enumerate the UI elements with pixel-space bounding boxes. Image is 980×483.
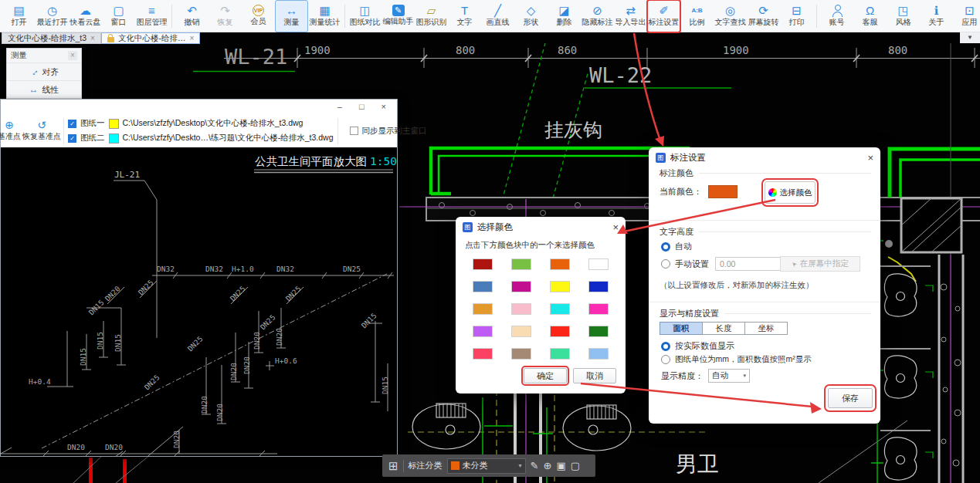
category-dropdown[interactable]: 未分类 ▾ bbox=[447, 458, 526, 474]
cad-text: DN20 bbox=[200, 396, 209, 414]
toolbar-button-about[interactable]: ℹ关于 bbox=[920, 0, 953, 32]
cad-text: DN25 bbox=[229, 284, 247, 302]
color-swatch-4-3[interactable] bbox=[588, 348, 609, 360]
color-swatch-2-0[interactable] bbox=[473, 303, 493, 315]
maximize-icon[interactable]: □ bbox=[359, 103, 365, 111]
sync-checkbox[interactable] bbox=[350, 127, 358, 135]
color-swatch-3-2[interactable] bbox=[550, 326, 570, 337]
toolbar-button-apps[interactable]: ⊡应用 bbox=[953, 0, 980, 32]
copy-icon[interactable]: ▣ bbox=[556, 460, 565, 471]
auto-height-radio-row[interactable]: 自动 bbox=[661, 241, 692, 252]
tab-close-icon[interactable]: × bbox=[90, 35, 95, 42]
color-swatch-3-1[interactable] bbox=[511, 326, 531, 337]
choose-color-button[interactable]: 选择颜色 bbox=[765, 181, 816, 204]
tab-area[interactable]: 面积 bbox=[660, 322, 703, 335]
toolbar-button-account[interactable]: 账号 bbox=[820, 0, 853, 32]
color-swatch-3-3[interactable] bbox=[588, 326, 609, 337]
minimize-icon[interactable]: – bbox=[337, 103, 342, 111]
radio-auto[interactable] bbox=[661, 242, 670, 252]
tab-drawing-2[interactable]: 文化中心楼-给排… × bbox=[101, 32, 200, 44]
color-swatch-1-0[interactable] bbox=[473, 281, 493, 292]
sync-checkbox-row[interactable]: 同步显示到主窗口 bbox=[350, 126, 427, 137]
precision-dropdown[interactable]: 自动 ▾ bbox=[708, 369, 750, 383]
toolbar-button-print[interactable]: ⊟打印 bbox=[780, 0, 813, 32]
toolbar-button-draw-line[interactable]: ╱画直线 bbox=[481, 0, 514, 32]
mm-unit-radio-row[interactable]: 图纸单位为mm，面积数值按照m²显示 bbox=[661, 354, 812, 365]
close-icon[interactable]: × bbox=[68, 51, 77, 60]
sheet1-checkbox[interactable]: ✓ bbox=[68, 120, 76, 128]
linear-icon: ↔ bbox=[29, 84, 39, 95]
color-swatch-1-3[interactable] bbox=[588, 281, 609, 292]
radio-manual[interactable] bbox=[661, 259, 670, 269]
toolbar-button-layer-manager[interactable]: ≡图层管理 bbox=[135, 0, 168, 32]
toolbar-button-find-text[interactable]: ◎文字查找 bbox=[714, 0, 747, 32]
color-swatch-0-1[interactable] bbox=[511, 258, 531, 270]
actual-value-radio-row[interactable]: 按实际数值显示 bbox=[661, 340, 734, 352]
color-swatch-2-1[interactable] bbox=[511, 303, 531, 315]
pick-on-screen-button[interactable]: ➤ 在屏幕中指定 bbox=[780, 256, 860, 272]
toolbar-button-redo[interactable]: ↷恢复 bbox=[209, 0, 242, 32]
toolbar-button-open[interactable]: ▤打开 bbox=[2, 0, 36, 32]
sheet2-color[interactable] bbox=[109, 133, 119, 144]
restore-base-point-button[interactable]: ↺ 恢复基准点 bbox=[24, 120, 59, 142]
color-swatch-2-2[interactable] bbox=[550, 303, 570, 315]
color-swatch-3-0[interactable] bbox=[473, 326, 493, 337]
cad-text: DN15 bbox=[114, 334, 122, 352]
color-swatch-4-0[interactable] bbox=[473, 348, 493, 360]
radio-mm-unit[interactable] bbox=[661, 355, 670, 364]
tab-close-icon[interactable]: × bbox=[189, 35, 194, 42]
tab-coordinate[interactable]: 坐标 bbox=[744, 322, 788, 335]
sheet2-checkbox[interactable]: ✓ bbox=[68, 134, 76, 143]
toolbar-button-eraser[interactable]: ◪删除 bbox=[548, 0, 581, 32]
close-icon[interactable]: × bbox=[867, 153, 873, 163]
toolbar-label: 画直线 bbox=[487, 17, 510, 28]
color-swatch-1-2[interactable] bbox=[550, 281, 570, 292]
color-swatch-0-2[interactable] bbox=[550, 258, 570, 270]
toolbar-button-shapes[interactable]: ◇形状 bbox=[514, 0, 548, 32]
color-swatch-0-0[interactable] bbox=[473, 258, 493, 270]
toolbar-collapse-chevron[interactable]: ▼ bbox=[960, 32, 980, 43]
toolbar-button-cloud-drive[interactable]: ☁快看云盘 bbox=[69, 0, 102, 32]
grid-icon[interactable]: ⊞ bbox=[388, 459, 398, 473]
color-swatch-4-1[interactable] bbox=[511, 348, 531, 360]
tab-length[interactable]: 长度 bbox=[702, 322, 745, 335]
tab-drawing-1[interactable]: 文化中心楼-给排水_t3 × bbox=[2, 32, 101, 44]
paste-icon[interactable]: ▢ bbox=[571, 460, 580, 471]
measure-item-align[interactable]: ↔ 对齐 bbox=[7, 62, 81, 80]
toolbar-button-edit-assistant[interactable]: ✎编辑助手 bbox=[381, 0, 415, 32]
sheet1-color[interactable] bbox=[109, 119, 119, 129]
toolbar-button-undo[interactable]: ↶撤销 bbox=[175, 0, 209, 32]
toolbar-button-annotation-settings[interactable]: ✐标注设置 bbox=[647, 0, 680, 32]
radio-actual-value[interactable] bbox=[661, 342, 670, 351]
cancel-button[interactable]: 取消 bbox=[573, 368, 616, 383]
color-swatch-1-1[interactable] bbox=[511, 281, 531, 292]
edit-icon[interactable]: ✎ bbox=[531, 460, 539, 471]
move-icon[interactable]: ⊕ bbox=[543, 460, 551, 471]
base-point-button[interactable]: ⊕ 基准点 bbox=[0, 120, 24, 142]
toolbar-button-vip[interactable]: VIP会员 bbox=[242, 0, 275, 32]
toolbar-button-measure[interactable]: ↔测量 bbox=[275, 0, 308, 32]
measure-item-linear[interactable]: ↔ 线性 bbox=[7, 80, 81, 98]
toolbar-button-text[interactable]: T文字 bbox=[448, 0, 481, 32]
toolbar-button-window[interactable]: ▢窗口 bbox=[102, 0, 135, 32]
toolbar-button-drawing-compare[interactable]: ◫图纸对比 bbox=[348, 0, 381, 32]
toolbar-button-hide-annotations[interactable]: ⊘隐藏标注 bbox=[581, 0, 614, 32]
save-button[interactable]: 保存 bbox=[828, 388, 873, 408]
toolbar-button-rotate-screen[interactable]: ⟳屏幕旋转 bbox=[747, 0, 780, 32]
toolbar-button-recent-open[interactable]: ◷最近打开 bbox=[36, 0, 69, 32]
color-swatch-0-3[interactable] bbox=[588, 258, 609, 270]
close-icon[interactable]: × bbox=[381, 103, 386, 111]
manual-height-input[interactable]: 0.00 bbox=[715, 257, 783, 271]
close-icon[interactable]: × bbox=[612, 222, 619, 232]
toolbar-button-scale[interactable]: A:B比例 bbox=[680, 0, 714, 32]
color-swatch-4-2[interactable] bbox=[550, 348, 570, 360]
cad-text: 1900 bbox=[304, 44, 331, 56]
toolbar-button-style[interactable]: ◳风格 bbox=[887, 0, 920, 32]
ok-button[interactable]: 确定 bbox=[524, 368, 567, 383]
toolbar-button-support[interactable]: Ω客服 bbox=[853, 0, 887, 32]
toolbar-button-shape-recognition[interactable]: ▱图形识别 bbox=[415, 0, 448, 32]
color-swatch-2-3[interactable] bbox=[588, 303, 609, 315]
compare-window-drawing[interactable]: 公共卫生间平面放大图1:50JL-21DN32DN32H+1.0DN32DN25… bbox=[1, 147, 397, 456]
toolbar-button-measure-stats[interactable]: ▦测量统计 bbox=[308, 0, 341, 32]
toolbar-button-import-export[interactable]: ⇄导入导出 bbox=[614, 0, 647, 32]
